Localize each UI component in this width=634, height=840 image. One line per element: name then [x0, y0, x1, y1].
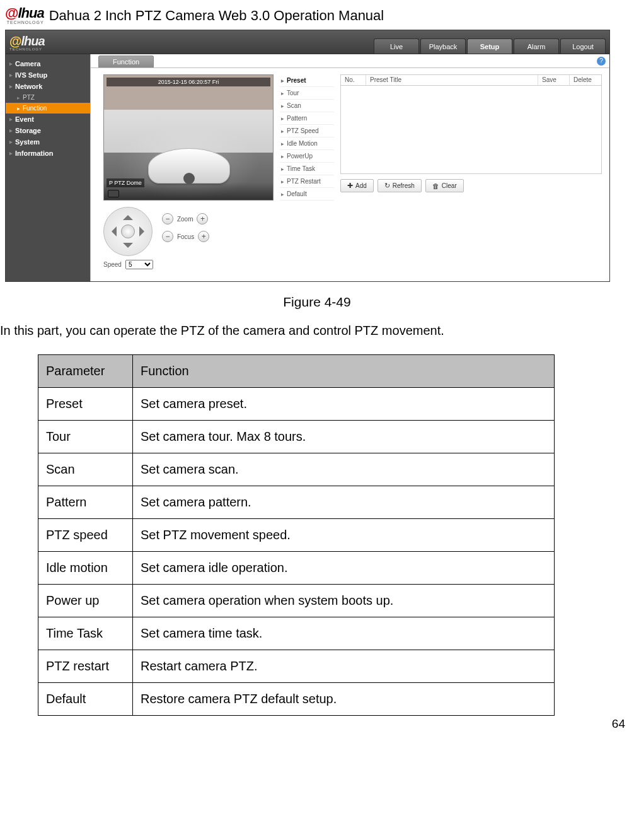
refresh-icon: ↻ — [384, 182, 390, 190]
param-name-cell: Scan — [38, 453, 133, 486]
app-topbar: @lhuaTECHNOLOGY LivePlaybackSetupAlarmLo… — [6, 30, 609, 54]
sidebar-item-label: Camera — [15, 60, 40, 67]
chevron-right-icon: ▸ — [17, 105, 20, 112]
sidebar-item-event[interactable]: ▸Event — [6, 114, 90, 125]
func-item-label: Pattern — [287, 115, 307, 122]
func-item-tour[interactable]: ▸Tour — [280, 87, 334, 100]
content-tabstrip: Function — [91, 54, 609, 68]
param-name-cell: Tour — [38, 421, 133, 453]
func-item-time-task[interactable]: ▸Time Task — [280, 163, 334, 175]
top-tab-alarm[interactable]: Alarm — [514, 38, 559, 54]
top-tab-live[interactable]: Live — [374, 38, 419, 54]
func-item-preset[interactable]: ▸Preset — [280, 74, 334, 87]
chevron-right-icon: ▸ — [281, 191, 284, 197]
app-screenshot: @lhuaTECHNOLOGY LivePlaybackSetupAlarmLo… — [5, 30, 610, 282]
zoom-label: Zoom — [177, 216, 193, 223]
sidebar-item-ivs-setup[interactable]: ▸IVS Setup — [6, 69, 90, 81]
top-tab-logout[interactable]: Logout — [560, 38, 606, 54]
preset-col-delete: Delete — [570, 75, 601, 85]
param-name-cell: Pattern — [38, 486, 133, 519]
chevron-right-icon: ▸ — [9, 127, 13, 134]
ptz-dpad — [103, 207, 153, 256]
param-func-cell: Restore camera PTZ default setup. — [133, 683, 555, 716]
ptz-control-block: Speed 5 − Zoom + — [103, 207, 274, 269]
func-item-idle-motion[interactable]: ▸Idle Motion — [280, 137, 334, 150]
speed-select[interactable]: 5 — [125, 260, 153, 269]
func-item-label: Preset — [287, 77, 306, 84]
content-tab-function[interactable]: Function — [98, 55, 154, 67]
table-row: Idle motionSet camera idle operation. — [38, 552, 555, 585]
func-item-ptz-speed[interactable]: ▸PTZ Speed — [280, 125, 334, 137]
sidebar-item-network[interactable]: ▸Network — [6, 81, 90, 92]
func-item-label: PowerUp — [287, 153, 313, 160]
func-item-label: PTZ Speed — [287, 127, 319, 134]
ptz-up-button[interactable] — [123, 210, 133, 220]
snapshot-icon[interactable] — [108, 190, 119, 197]
clear-button[interactable]: 🗑Clear — [425, 179, 464, 192]
trash-icon: 🗑 — [432, 182, 439, 190]
sidebar-item-function[interactable]: ▸Function — [6, 103, 90, 114]
func-item-pattern[interactable]: ▸Pattern — [280, 112, 334, 125]
ptz-right-button[interactable] — [139, 226, 149, 236]
func-item-label: PTZ Restart — [287, 178, 321, 185]
chevron-right-icon: ▸ — [9, 83, 13, 90]
chevron-right-icon: ▸ — [281, 115, 284, 122]
sidebar-item-label: System — [15, 138, 40, 146]
video-channel-label: P PTZ Dome — [107, 178, 144, 187]
chevron-right-icon: ▸ — [281, 78, 284, 84]
top-tab-playback[interactable]: Playback — [420, 38, 466, 54]
table-row: PresetSet camera preset. — [38, 388, 555, 421]
chevron-right-icon: ▸ — [281, 141, 284, 147]
param-func-cell: Set camera tour. Max 8 tours. — [133, 421, 555, 453]
top-tab-setup[interactable]: Setup — [467, 38, 512, 54]
focus-out-button[interactable]: − — [162, 231, 173, 242]
chevron-right-icon: ▸ — [281, 90, 284, 96]
func-item-ptz-restart[interactable]: ▸PTZ Restart — [280, 175, 334, 188]
param-header-function: Function — [133, 355, 555, 388]
help-icon[interactable]: ? — [597, 57, 606, 66]
table-row: TourSet camera tour. Max 8 tours. — [38, 421, 555, 453]
sidebar-item-label: Function — [23, 105, 47, 112]
table-row: PTZ restartRestart camera PTZ. — [38, 650, 555, 683]
param-func-cell: Set camera scan. — [133, 453, 555, 486]
sidebar-item-label: Information — [15, 149, 54, 157]
chevron-right-icon: ▸ — [281, 128, 284, 134]
param-name-cell: Preset — [38, 388, 133, 421]
chevron-right-icon: ▸ — [17, 95, 20, 101]
chevron-right-icon: ▸ — [9, 150, 13, 156]
ptz-down-button[interactable] — [123, 243, 133, 253]
sidebar-item-label: Storage — [15, 127, 41, 134]
zoom-out-button[interactable]: − — [162, 213, 173, 225]
param-name-cell: PTZ speed — [38, 519, 133, 552]
brand-logo: @lhua TECHNOLOGY — [5, 6, 44, 25]
sidebar: ▸Camera▸IVS Setup▸Network▸PTZ▸Function▸E… — [6, 54, 90, 281]
sidebar-item-label: PTZ — [23, 94, 35, 101]
table-row: PTZ speedSet PTZ movement speed. — [38, 519, 555, 552]
ptz-center-button[interactable] — [121, 225, 135, 238]
func-item-default[interactable]: ▸Default — [280, 188, 334, 201]
doc-header: @lhua TECHNOLOGY Dahua 2 Inch PTZ Camera… — [0, 6, 634, 28]
table-row: Time TaskSet camera time task. — [38, 617, 555, 650]
sidebar-item-camera[interactable]: ▸Camera — [6, 58, 90, 69]
preset-col-no-: No. — [341, 75, 366, 85]
func-item-label: Idle Motion — [287, 140, 318, 147]
sidebar-item-storage[interactable]: ▸Storage — [6, 125, 90, 136]
func-item-scan[interactable]: ▸Scan — [280, 100, 334, 112]
brand-logo-text: @lhua — [5, 6, 44, 20]
preset-table-body — [340, 86, 602, 174]
parameter-table: ParameterFunction PresetSet camera prese… — [38, 354, 555, 716]
sidebar-item-label: IVS Setup — [15, 71, 47, 79]
func-item-powerup[interactable]: ▸PowerUp — [280, 150, 334, 163]
param-name-cell: Idle motion — [38, 552, 133, 585]
zoom-in-button[interactable]: + — [197, 213, 208, 225]
sidebar-item-system[interactable]: ▸System — [6, 136, 90, 148]
focus-in-button[interactable]: + — [198, 231, 209, 242]
add-button[interactable]: ✚Add — [340, 179, 374, 192]
chevron-right-icon: ▸ — [281, 153, 284, 160]
preset-col-preset-title: Preset Title — [366, 75, 538, 85]
video-preview: 2015-12-15 06:20:57 Fri P PTZ Dome — [103, 74, 274, 201]
ptz-left-button[interactable] — [107, 226, 117, 236]
sidebar-item-ptz[interactable]: ▸PTZ — [6, 92, 90, 103]
refresh-button[interactable]: ↻Refresh — [378, 179, 422, 192]
sidebar-item-information[interactable]: ▸Information — [6, 148, 90, 159]
